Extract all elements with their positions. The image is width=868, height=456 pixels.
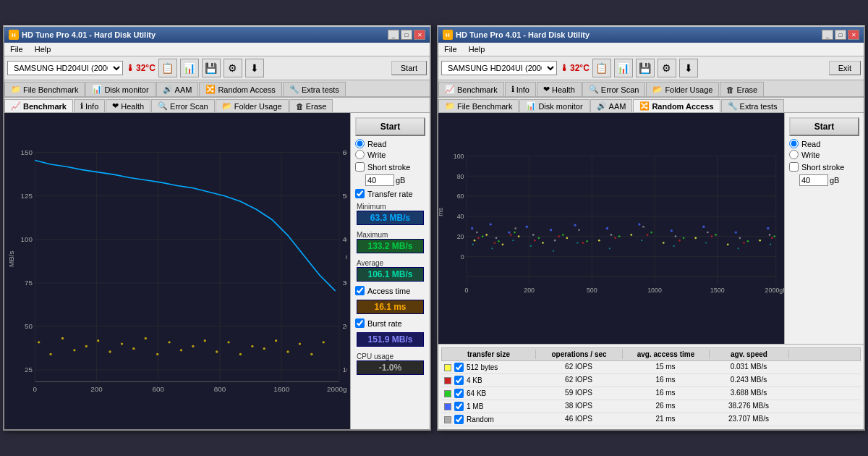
- right-short-stroke-check[interactable]: Short stroke: [789, 162, 859, 172]
- right-start-button[interactable]: Start: [789, 117, 859, 136]
- svg-text:50: 50: [342, 192, 347, 200]
- right-tab-folder-usage[interactable]: 📂 Folder Usage: [646, 82, 719, 96]
- right-write-radio-label[interactable]: Write: [789, 150, 859, 159]
- tab-disk-monitor[interactable]: 📊 Disk monitor: [85, 82, 155, 96]
- tab-erase[interactable]: 🗑 Erase: [289, 99, 333, 112]
- cell-random-label: Random: [441, 414, 535, 425]
- file-menu[interactable]: File: [7, 44, 26, 54]
- write-radio-label[interactable]: Write: [355, 150, 425, 159]
- tab-error-scan[interactable]: 🔍 Error Scan: [151, 99, 215, 112]
- write-label: Write: [367, 151, 386, 159]
- write-radio[interactable]: [355, 150, 365, 159]
- check-512[interactable]: [454, 363, 464, 372]
- svg-text:100: 100: [454, 153, 464, 160]
- settings-btn[interactable]: ⚙: [224, 59, 242, 77]
- right-tab-disk-monitor[interactable]: 📊 Disk monitor: [519, 99, 589, 112]
- right-graph-btn[interactable]: 📊: [614, 59, 633, 77]
- right-tab-benchmark[interactable]: 📈 Benchmark: [438, 82, 504, 96]
- right-write-radio[interactable]: [789, 150, 799, 159]
- check-64kb[interactable]: [454, 389, 464, 398]
- exit-button[interactable]: Start: [391, 61, 427, 75]
- right-info-btn[interactable]: 📋: [592, 59, 611, 77]
- download-btn[interactable]: ⬇: [245, 59, 264, 77]
- right-tab-erase[interactable]: 🗑 Erase: [720, 82, 764, 96]
- maximize-button[interactable]: □: [401, 30, 412, 40]
- svg-text:60: 60: [342, 148, 347, 156]
- svg-point-57: [323, 341, 325, 343]
- read-radio-label[interactable]: Read: [355, 139, 425, 148]
- tab-random-access[interactable]: 🔀 Random Access: [199, 82, 281, 96]
- read-write-group: Read Write: [355, 139, 425, 159]
- right-tab-file-benchmark[interactable]: 📁 File Benchmark: [438, 99, 519, 112]
- svg-text:20: 20: [457, 233, 464, 240]
- access-time-checkbox[interactable]: [355, 286, 365, 295]
- transfer-rate-checkbox[interactable]: [355, 189, 365, 198]
- right-download-btn[interactable]: ⬇: [679, 59, 698, 77]
- drive-select[interactable]: SAMSUNG HD204UI (2000 gB): [7, 61, 123, 75]
- burst-rate-value: 151.9 MB/s: [357, 332, 424, 347]
- svg-point-99: [493, 242, 495, 244]
- help-menu[interactable]: Help: [32, 44, 54, 54]
- tab-health[interactable]: ❤ Health: [106, 99, 150, 112]
- right-close-button[interactable]: ✕: [848, 30, 859, 40]
- tab-extra-tests[interactable]: 🔧 Extra tests: [283, 82, 346, 96]
- r-extra-icon: 🔧: [728, 101, 738, 111]
- tab-benchmark[interactable]: 📈 Benchmark: [4, 99, 73, 112]
- right-file-menu[interactable]: File: [441, 44, 460, 54]
- right-tab-random-access[interactable]: 🔀 Random Access: [633, 99, 720, 112]
- right-gb-input[interactable]: [799, 174, 828, 186]
- right-read-radio-label[interactable]: Read: [789, 139, 859, 148]
- minimize-button[interactable]: _: [388, 30, 399, 40]
- start-button[interactable]: Start: [355, 117, 425, 136]
- left-menu-bar: File Help: [4, 43, 430, 56]
- check-random[interactable]: [454, 415, 464, 424]
- info-icon: ℹ: [80, 101, 83, 111]
- right-tab-extra-tests[interactable]: 🔧 Extra tests: [721, 99, 784, 112]
- right-maximize-button[interactable]: □: [835, 30, 846, 40]
- burst-rate-check[interactable]: Burst rate: [355, 318, 425, 328]
- svg-point-143: [707, 232, 709, 234]
- tab-info[interactable]: ℹ Info: [74, 99, 105, 112]
- check-1mb[interactable]: [454, 402, 464, 411]
- short-stroke-checkbox[interactable]: [355, 162, 365, 172]
- right-tab-error-scan[interactable]: 🔍 Error Scan: [582, 82, 646, 96]
- tab-folder-usage[interactable]: 📂 Folder Usage: [216, 99, 289, 112]
- graph-btn[interactable]: 📊: [180, 59, 199, 77]
- right-minimize-button[interactable]: _: [822, 30, 833, 40]
- svg-point-117: [650, 232, 652, 234]
- svg-point-53: [275, 339, 277, 342]
- right-tab-health[interactable]: ❤ Health: [537, 82, 582, 96]
- check-4kb[interactable]: [454, 376, 464, 385]
- svg-point-141: [642, 226, 644, 228]
- short-stroke-check[interactable]: Short stroke: [355, 162, 425, 172]
- right-read-radio[interactable]: [789, 139, 799, 148]
- svg-rect-59: [438, 148, 784, 308]
- svg-point-54: [286, 350, 289, 352]
- gb-input[interactable]: 40: [365, 174, 394, 186]
- cell-64kb-speed: 3.688 MB/s: [709, 388, 788, 399]
- close-button[interactable]: ✕: [414, 30, 425, 40]
- svg-point-125: [526, 226, 528, 228]
- right-short-stroke-checkbox[interactable]: [789, 162, 799, 172]
- svg-point-114: [562, 234, 564, 236]
- right-drive-select[interactable]: SAMSUNG HD204UI (2000 gB): [441, 61, 557, 75]
- tab-file-benchmark[interactable]: 📁 File Benchmark: [4, 82, 85, 96]
- right-save-btn[interactable]: 💾: [636, 59, 655, 77]
- right-exit-button[interactable]: Exit: [829, 61, 861, 75]
- svg-point-147: [491, 248, 493, 249]
- left-content: 150 125 100 75 50 25 MB/s 60 50 40 30 20…: [4, 113, 430, 429]
- transfer-rate-check[interactable]: Transfer rate: [355, 189, 425, 198]
- access-time-check[interactable]: Access time: [355, 286, 425, 295]
- tab-aam[interactable]: 🔊 AAM: [156, 82, 199, 96]
- save-btn[interactable]: 💾: [202, 59, 221, 77]
- svg-point-98: [477, 237, 480, 240]
- svg-point-48: [216, 350, 218, 352]
- read-radio[interactable]: [355, 139, 365, 148]
- svg-point-88: [502, 243, 504, 245]
- right-tab-aam[interactable]: 🔊 AAM: [590, 99, 633, 112]
- right-tab-info[interactable]: ℹ Info: [505, 82, 536, 96]
- burst-rate-checkbox[interactable]: [355, 318, 365, 328]
- right-settings-btn[interactable]: ⚙: [658, 59, 676, 77]
- info-btn[interactable]: 📋: [158, 59, 177, 77]
- right-help-menu[interactable]: Help: [466, 44, 488, 54]
